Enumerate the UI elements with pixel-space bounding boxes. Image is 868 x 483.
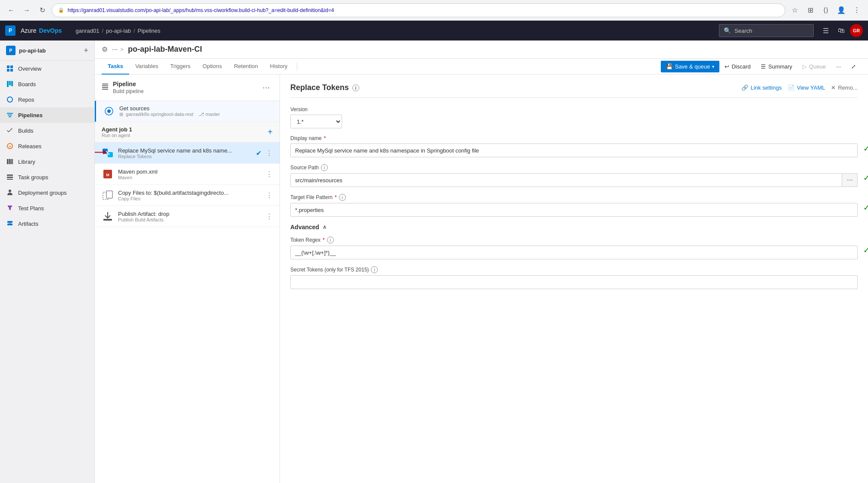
tab-options[interactable]: Options bbox=[196, 59, 228, 75]
more-icon: ··· bbox=[836, 63, 841, 70]
discard-icon: ↩ bbox=[725, 63, 729, 70]
secret-tokens-info-icon[interactable]: i bbox=[371, 266, 378, 273]
breadcrumb-org[interactable]: ganrad01 bbox=[76, 28, 100, 34]
bookmark-button[interactable]: ☆ bbox=[789, 4, 801, 16]
expand-button[interactable]: ⤢ bbox=[846, 61, 861, 72]
maven-more-button[interactable]: ⋮ bbox=[266, 170, 273, 178]
search-placeholder: Search bbox=[734, 28, 752, 34]
discard-label: Discard bbox=[731, 63, 750, 70]
sidebar-item-builds[interactable]: Builds bbox=[0, 123, 94, 138]
pipeline-section-dots-button[interactable]: ⋯ bbox=[260, 82, 273, 93]
sidebar-item-repos[interactable]: Repos bbox=[0, 92, 94, 107]
notifications-button[interactable]: ☰ bbox=[819, 24, 833, 37]
source-path-info-icon[interactable]: i bbox=[321, 164, 328, 171]
search-icon: 🔍 bbox=[724, 27, 731, 34]
avatar[interactable]: GR bbox=[850, 24, 863, 37]
source-path-input[interactable] bbox=[290, 173, 842, 187]
project-header: P po-api-lab + bbox=[0, 41, 94, 61]
agent-job-title: Agent job 1 bbox=[102, 126, 132, 133]
profile-button[interactable]: 👤 bbox=[835, 4, 847, 16]
test-plans-icon bbox=[6, 204, 14, 212]
windows-button[interactable]: ⊞ bbox=[804, 4, 816, 16]
get-sources-info: Get sources ⊞ ganrad/k8s-springboot-data… bbox=[119, 105, 273, 117]
advanced-chevron-icon: ∧ bbox=[323, 224, 327, 230]
tab-history[interactable]: History bbox=[264, 59, 293, 75]
target-file-label: Target File Pattern * i bbox=[290, 194, 858, 201]
advanced-section-header[interactable]: Advanced ∧ bbox=[290, 224, 858, 231]
get-sources-branch: master bbox=[205, 112, 220, 117]
target-file-input[interactable] bbox=[290, 203, 858, 217]
version-field-group: Version 1.* bbox=[290, 106, 858, 128]
content-area: ⚙ ··· > po-api-lab-Maven-CI Tasks Variab… bbox=[95, 41, 868, 483]
refresh-button[interactable]: ↻ bbox=[36, 4, 48, 16]
main-layout: P po-api-lab + Overview Boards Repos bbox=[0, 41, 868, 483]
address-bar[interactable]: 🔒 https://ganrad01.visualstudio.com/po-a… bbox=[52, 3, 785, 17]
tab-tasks[interactable]: Tasks bbox=[102, 59, 129, 75]
get-sources-repo: ⊞ ganrad/k8s-springboot-data-rest ⎇ mast… bbox=[119, 112, 273, 117]
target-file-info-icon[interactable]: i bbox=[339, 194, 346, 201]
sidebar-item-label-repos: Repos bbox=[18, 97, 34, 103]
brand-azure: Azure bbox=[21, 27, 37, 34]
sidebar-item-overview[interactable]: Overview bbox=[0, 61, 94, 76]
pipeline-content: Pipeline Build pipeline ⋯ Get sources ⊞ bbox=[95, 75, 868, 483]
save-queue-button[interactable]: 💾 Save & queue ▾ bbox=[661, 61, 720, 72]
sidebar-item-library[interactable]: Library bbox=[0, 154, 94, 169]
task-item-maven[interactable]: M Maven pom.xml Maven ⋮ bbox=[95, 164, 280, 185]
svg-rect-3 bbox=[10, 69, 13, 72]
summary-button[interactable]: ☰ Summary bbox=[756, 61, 797, 72]
svg-rect-13 bbox=[7, 177, 13, 178]
sidebar-item-boards[interactable]: Boards bbox=[0, 76, 94, 92]
display-name-input[interactable] bbox=[290, 143, 858, 157]
remove-button[interactable]: ✕ Remo... bbox=[831, 84, 858, 91]
forward-button[interactable]: → bbox=[21, 4, 33, 16]
tab-retention[interactable]: Retention bbox=[228, 59, 264, 75]
replace-tokens-more-button[interactable]: ⋮ bbox=[266, 149, 273, 157]
discard-button[interactable]: ↩ Discard bbox=[719, 61, 756, 72]
maven-name: Maven pom.xml bbox=[118, 168, 261, 175]
shopping-button[interactable]: 🛍 bbox=[834, 24, 848, 37]
project-add-button[interactable]: + bbox=[84, 46, 88, 55]
link-settings-label: Link settings bbox=[750, 84, 781, 91]
add-task-button[interactable]: + bbox=[268, 127, 273, 137]
sidebar-item-artifacts[interactable]: Artifacts bbox=[0, 216, 94, 231]
agent-job-header[interactable]: Agent job 1 Run on agent + bbox=[95, 122, 280, 143]
tab-triggers[interactable]: Triggers bbox=[164, 59, 196, 75]
get-sources-item[interactable]: Get sources ⊞ ganrad/k8s-springboot-data… bbox=[95, 101, 280, 122]
tab-divider bbox=[297, 62, 297, 71]
header-icons: ☰ 🛍 GR bbox=[819, 24, 863, 37]
source-path-ellipsis-button[interactable]: ⋯ bbox=[842, 173, 858, 187]
breadcrumb-project[interactable]: po-api-lab bbox=[106, 28, 131, 34]
target-file-field-group: Target File Pattern * i ✓ bbox=[290, 194, 858, 217]
queue-button[interactable]: ▷ Queue bbox=[797, 61, 831, 72]
replace-tokens-info-icon[interactable]: i bbox=[352, 84, 359, 91]
version-select[interactable]: 1.* bbox=[290, 115, 342, 128]
sidebar-item-releases[interactable]: Releases bbox=[0, 138, 94, 154]
sidebar-item-test-plans[interactable]: Test Plans bbox=[0, 200, 94, 216]
back-button[interactable]: ← bbox=[5, 4, 17, 16]
target-file-checkmark: ✓ bbox=[863, 203, 868, 212]
svg-rect-12 bbox=[7, 175, 13, 176]
pipeline-section-header[interactable]: Pipeline Build pipeline ⋯ bbox=[95, 75, 280, 101]
more-options-button[interactable]: ··· bbox=[831, 61, 846, 72]
publish-artifact-more-button[interactable]: ⋮ bbox=[266, 212, 273, 221]
task-item-publish-artifact[interactable]: Publish Artifact: drop Publish Build Art… bbox=[95, 206, 280, 227]
copy-files-more-button[interactable]: ⋮ bbox=[266, 191, 273, 199]
extensions-button[interactable]: ⟨⟩ bbox=[820, 4, 832, 16]
pipeline-header: ⚙ ··· > po-api-lab-Maven-CI bbox=[95, 41, 868, 59]
token-regex-input[interactable] bbox=[290, 246, 858, 259]
task-item-replace-tokens[interactable]: Replace MySql service name and k8s name.… bbox=[95, 143, 280, 164]
version-label: Version bbox=[290, 106, 858, 112]
secret-tokens-input[interactable] bbox=[290, 275, 858, 289]
tab-variables[interactable]: Variables bbox=[129, 59, 164, 75]
library-icon bbox=[6, 158, 14, 165]
token-regex-info-icon[interactable]: i bbox=[327, 237, 334, 243]
header-search[interactable]: 🔍 Search bbox=[719, 24, 814, 37]
link-settings-button[interactable]: 🔗 Link settings bbox=[741, 84, 781, 91]
menu-button[interactable]: ⋮ bbox=[851, 4, 863, 16]
task-item-copy-files[interactable]: Copy Files to: $(build.artifactstagingdi… bbox=[95, 185, 280, 206]
sidebar-item-deployment-groups[interactable]: Deployment groups bbox=[0, 185, 94, 200]
view-yaml-button[interactable]: 📄 View YAML bbox=[788, 84, 825, 91]
sidebar-item-pipelines[interactable]: Pipelines bbox=[0, 107, 94, 123]
sidebar-item-task-groups[interactable]: Task groups bbox=[0, 169, 94, 185]
breadcrumb-page[interactable]: Pipelines bbox=[138, 28, 161, 34]
